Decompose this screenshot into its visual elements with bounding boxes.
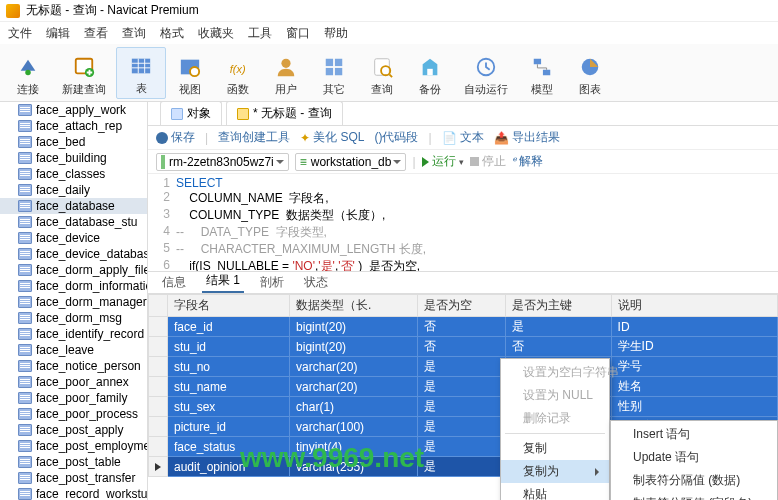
table-row[interactable]: stu_namevarchar(20)是否姓名 — [149, 377, 778, 397]
tree-item[interactable]: face_post_employmen — [0, 438, 147, 454]
explain-button[interactable]: ᵉ解释 — [512, 153, 544, 170]
menu-窗口[interactable]: 窗口 — [286, 25, 310, 42]
sql-editor[interactable]: 1SELECT2 COLUMN_NAME 字段名,3 COLUMN_TYPE 数… — [148, 174, 778, 272]
tree-item[interactable]: face_daily — [0, 182, 147, 198]
database-select[interactable]: ≡workstation_db — [295, 153, 407, 171]
tree-item[interactable]: face_device_database — [0, 246, 147, 262]
cell[interactable]: 是 — [417, 357, 505, 377]
save-button[interactable]: 保存 — [156, 129, 195, 146]
export-button[interactable]: 📤导出结果 — [494, 129, 560, 146]
tb-backup[interactable]: 备份 — [406, 47, 454, 99]
cell[interactable]: char(1) — [290, 397, 418, 417]
cell[interactable]: bigint(20) — [290, 337, 418, 357]
tree-item[interactable]: face_database_stu — [0, 214, 147, 230]
cell[interactable]: audit_opinion — [168, 457, 290, 477]
menu-格式[interactable]: 格式 — [160, 25, 184, 42]
cell[interactable]: 学号 — [611, 357, 777, 377]
menu-查看[interactable]: 查看 — [84, 25, 108, 42]
cell[interactable]: face_status — [168, 437, 290, 457]
column-header[interactable]: 是否为主键 — [506, 295, 612, 317]
tb-func[interactable]: f(x)函数 — [214, 47, 262, 99]
submenu-item[interactable]: Insert 语句 — [611, 423, 777, 446]
tree-item[interactable]: face_building — [0, 150, 147, 166]
tree-item[interactable]: face_classes — [0, 166, 147, 182]
cell[interactable]: 是 — [417, 457, 505, 477]
column-header[interactable]: 数据类型（长. — [290, 295, 418, 317]
cell[interactable]: varchar(20) — [290, 377, 418, 397]
table-row[interactable]: stu_idbigint(20)否否学生ID — [149, 337, 778, 357]
menu-set-null[interactable]: 设置为 NULL — [501, 384, 609, 407]
tree-item[interactable]: face_database — [0, 198, 147, 214]
cell[interactable]: 否 — [417, 337, 505, 357]
cell[interactable]: 学生ID — [611, 337, 777, 357]
column-header[interactable]: 是否为空 — [417, 295, 505, 317]
beautify-sql-button[interactable]: ✦美化 SQL — [300, 129, 364, 146]
tb-user[interactable]: 用户 — [262, 47, 310, 99]
query-builder-button[interactable]: 查询创建工具 — [218, 129, 290, 146]
tb-other[interactable]: 其它 — [310, 47, 358, 99]
cell[interactable]: stu_no — [168, 357, 290, 377]
tb-model[interactable]: 模型 — [518, 47, 566, 99]
text-button[interactable]: 📄文本 — [442, 129, 484, 146]
tb-table[interactable]: 表 — [116, 47, 166, 99]
cell[interactable]: varchar(100) — [290, 417, 418, 437]
tab-status[interactable]: 状态 — [300, 272, 332, 293]
cell[interactable]: 是 — [417, 377, 505, 397]
cell[interactable]: face_id — [168, 317, 290, 337]
tree-item[interactable]: face_bed — [0, 134, 147, 150]
menu-工具[interactable]: 工具 — [248, 25, 272, 42]
menu-收藏夹[interactable]: 收藏夹 — [198, 25, 234, 42]
tb-new-query[interactable]: 新建查询 — [52, 47, 116, 99]
menubar[interactable]: 文件编辑查看查询格式收藏夹工具窗口帮助 — [0, 22, 778, 44]
tab-query[interactable]: * 无标题 - 查询 — [226, 102, 343, 125]
cell[interactable]: stu_id — [168, 337, 290, 357]
menu-paste[interactable]: 粘贴 — [501, 483, 609, 500]
menu-copy-as[interactable]: 复制为 — [501, 460, 609, 483]
cell[interactable]: tinyint(4) — [290, 437, 418, 457]
tree-item[interactable]: face_dorm_msg — [0, 310, 147, 326]
snippet-button[interactable]: ()代码段 — [374, 129, 418, 146]
tree-item[interactable]: face_apply_work — [0, 102, 147, 118]
cell[interactable]: stu_sex — [168, 397, 290, 417]
tree-item[interactable]: face_poor_annex — [0, 374, 147, 390]
cell[interactable]: 否 — [417, 317, 505, 337]
menu-帮助[interactable]: 帮助 — [324, 25, 348, 42]
tree-item[interactable]: face_record_workstudy — [0, 486, 147, 500]
column-header[interactable]: 字段名 — [168, 295, 290, 317]
cell[interactable]: varchar(255) — [290, 457, 418, 477]
column-header[interactable]: 说明 — [611, 295, 777, 317]
tree-item[interactable]: face_poor_family — [0, 390, 147, 406]
menu-copy[interactable]: 复制 — [501, 437, 609, 460]
table-row[interactable]: stu_sexchar(1)是否性别 — [149, 397, 778, 417]
cell[interactable]: 性别 — [611, 397, 777, 417]
menu-编辑[interactable]: 编辑 — [46, 25, 70, 42]
tb-view[interactable]: 视图 — [166, 47, 214, 99]
context-menu[interactable]: 设置为空白字符串 设置为 NULL 删除记录 复制 复制为 粘贴 显示 — [500, 358, 610, 500]
menu-delete-record[interactable]: 删除记录 — [501, 407, 609, 430]
cell[interactable]: 是 — [417, 397, 505, 417]
tb-chart[interactable]: 图表 — [566, 47, 614, 99]
tree-item[interactable]: face_post_apply — [0, 422, 147, 438]
object-tree[interactable]: face_apply_workface_attach_repface_bedfa… — [0, 102, 148, 500]
tree-item[interactable]: face_poor_process — [0, 406, 147, 422]
context-submenu[interactable]: Insert 语句Update 语句制表符分隔值 (数据)制表符分隔值 (字段名… — [610, 420, 778, 500]
tree-item[interactable]: face_leave — [0, 342, 147, 358]
tab-result-1[interactable]: 结果 1 — [202, 270, 244, 293]
tb-query[interactable]: 查询 — [358, 47, 406, 99]
tab-object[interactable]: 对象 — [160, 102, 222, 125]
cell[interactable]: ID — [611, 317, 777, 337]
cell[interactable]: 是 — [417, 417, 505, 437]
run-button[interactable]: 运行▾ — [422, 153, 464, 170]
tree-item[interactable]: face_device — [0, 230, 147, 246]
tree-item[interactable]: face_dorm_manager — [0, 294, 147, 310]
tree-item[interactable]: face_identify_record — [0, 326, 147, 342]
cell[interactable]: stu_name — [168, 377, 290, 397]
tree-item[interactable]: face_attach_rep — [0, 118, 147, 134]
menu-查询[interactable]: 查询 — [122, 25, 146, 42]
cell[interactable]: picture_id — [168, 417, 290, 437]
tree-item[interactable]: face_notice_person — [0, 358, 147, 374]
tree-item[interactable]: face_post_table — [0, 454, 147, 470]
cell[interactable]: bigint(20) — [290, 317, 418, 337]
tb-auto[interactable]: 自动运行 — [454, 47, 518, 99]
cell[interactable]: varchar(20) — [290, 357, 418, 377]
